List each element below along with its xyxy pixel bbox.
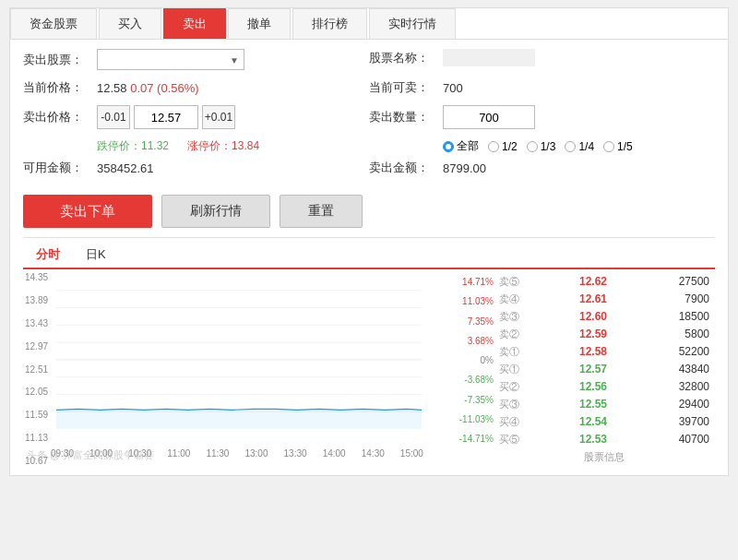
main-content: 卖出股票： ▼ 股票名称： (10, 40, 728, 475)
ob-label: 买④ (499, 415, 532, 429)
radio-dot-all (443, 141, 454, 152)
available-sell-value: 700 (443, 81, 463, 95)
x-axis: 09:3010:0010:3011:0011:3013:0013:3014:00… (23, 447, 451, 459)
radio-third[interactable]: 1/3 (527, 140, 556, 153)
pct-labels: 14.71%11.03%7.35%3.68%0%-3.68%-7.35%-11.… (451, 273, 494, 444)
radio-half[interactable]: 1/2 (488, 140, 518, 153)
price-chart (23, 273, 451, 444)
price-input-group: -0.01 +0.01 (97, 105, 235, 129)
radio-dot-half (488, 141, 499, 152)
ob-label: 卖② (499, 328, 532, 341)
sell-order-button[interactable]: 卖出下单 (23, 195, 152, 228)
ob-label: 买② (499, 380, 532, 394)
pct-label: 14.71% (451, 277, 494, 287)
ob-price: 12.55 (565, 398, 621, 411)
ob-price: 12.59 (565, 328, 621, 341)
ob-label: 卖⑤ (499, 275, 532, 289)
ob-vol: 32800 (654, 380, 709, 394)
current-price-label: 当前价格： (23, 79, 97, 96)
action-buttons: 卖出下单 刷新行情 重置 (23, 195, 715, 228)
reset-button[interactable]: 重置 (280, 195, 363, 228)
radio-dot-quarter (565, 141, 576, 152)
nav-tab-实时行情[interactable]: 实时行情 (369, 8, 456, 39)
chart-container: 14.3513.8913.4312.9712.5112.0511.5911.13… (23, 273, 451, 466)
available-sell-label: 当前可卖： (369, 79, 443, 96)
ob-price: 12.54 (565, 415, 621, 429)
chart-tab-分时[interactable]: 分时 (23, 242, 73, 269)
ob-price: 12.62 (565, 275, 621, 289)
pct-label: 3.68% (451, 336, 494, 346)
stock-name-label: 股票名称： (369, 50, 443, 66)
current-price: 12.58 (97, 81, 127, 95)
ob-label: 卖① (499, 345, 532, 359)
ob-vol: 5800 (654, 328, 709, 341)
ob-vol: 43840 (654, 363, 709, 376)
pct-label: -3.68% (451, 375, 494, 385)
ob-label: 买③ (499, 398, 532, 411)
pct-label: 11.03% (451, 296, 494, 306)
stop-loss-hint: 跌停价：11.32 (97, 138, 169, 154)
sell-stock-select-wrapper: ▼ (97, 49, 244, 70)
orderbook-row: 买③12.5529400 (494, 396, 715, 413)
sell-qty-label: 卖出数量： (369, 109, 443, 125)
x-label: 14:00 (323, 448, 346, 459)
ob-label: 卖④ (499, 292, 532, 306)
ob-vol: 39700 (654, 415, 709, 429)
sell-amount-label: 卖出金额： (369, 160, 443, 176)
sell-price-label: 卖出价格： (23, 109, 97, 125)
orderbook: 卖⑤12.6227500卖④12.617900卖③12.6018500卖②12.… (494, 273, 715, 466)
ob-price: 12.57 (565, 363, 621, 376)
svg-marker-8 (56, 409, 422, 429)
refresh-button[interactable]: 刷新行情 (161, 195, 270, 228)
x-label: 15:00 (400, 448, 423, 459)
x-label: 13:00 (244, 448, 268, 459)
orderbook-row: 买⑤12.5340700 (494, 431, 715, 448)
top-nav: 资金股票买入卖出撤单排行榜实时行情 (10, 8, 728, 40)
available-funds-value: 358452.61 (97, 161, 153, 175)
divider (23, 237, 715, 238)
radio-all[interactable]: 全部 (443, 138, 479, 154)
x-label: 10:00 (89, 448, 113, 459)
qty-ratio-group: 全部 1/2 1/3 1/4 (443, 138, 715, 154)
stock-name-input[interactable] (443, 49, 535, 66)
pct-label: 7.35% (451, 316, 494, 327)
x-label: 09:30 (51, 448, 74, 459)
ob-price: 12.58 (565, 345, 621, 359)
sell-price-input[interactable] (134, 105, 198, 129)
orderbook-row: 卖⑤12.6227500 (494, 273, 715, 291)
orderbook-row: 卖③12.6018500 (494, 308, 715, 326)
ob-price: 12.56 (565, 380, 621, 394)
ob-label: 买⑤ (499, 433, 532, 447)
nav-tab-撤单[interactable]: 撤单 (228, 8, 291, 39)
chart-tab-日K[interactable]: 日K (73, 242, 119, 268)
radio-dot-fifth (603, 141, 614, 152)
orderbook-row: 卖①12.5852200 (494, 343, 715, 361)
orderbook-row: 买①12.5743840 (494, 361, 715, 378)
limit-up-hint: 涨停价：13.84 (187, 138, 259, 154)
ob-vol: 18500 (654, 310, 709, 324)
price-plus-button[interactable]: +0.01 (202, 105, 235, 129)
bottom-area: 14.3513.8913.4312.9712.5112.0511.5911.13… (23, 273, 715, 466)
radio-fifth[interactable]: 1/5 (603, 140, 633, 153)
nav-tab-卖出[interactable]: 卖出 (163, 8, 226, 39)
ob-vol: 7900 (654, 292, 709, 306)
pct-label: 0% (451, 355, 494, 365)
x-label: 11:00 (167, 448, 190, 459)
available-funds-label: 可用金额： (23, 160, 97, 176)
ob-label: 买① (499, 363, 532, 376)
sell-qty-input[interactable] (443, 105, 535, 129)
ob-price: 12.53 (565, 433, 621, 447)
nav-tab-资金股票[interactable]: 资金股票 (10, 8, 97, 39)
radio-quarter[interactable]: 1/4 (565, 140, 594, 153)
nav-tab-买入[interactable]: 买入 (99, 8, 161, 39)
orderbook-row: 卖②12.595800 (494, 326, 715, 343)
ob-price: 12.61 (565, 292, 621, 306)
sell-stock-select[interactable] (97, 49, 244, 70)
price-minus-button[interactable]: -0.01 (97, 105, 130, 129)
x-label: 13:30 (284, 448, 307, 459)
ob-label: 卖③ (499, 310, 532, 324)
x-label: 14:30 (362, 448, 385, 459)
nav-tab-排行榜[interactable]: 排行榜 (292, 8, 367, 39)
x-label: 10:30 (128, 448, 151, 459)
ob-vol: 27500 (654, 275, 709, 289)
